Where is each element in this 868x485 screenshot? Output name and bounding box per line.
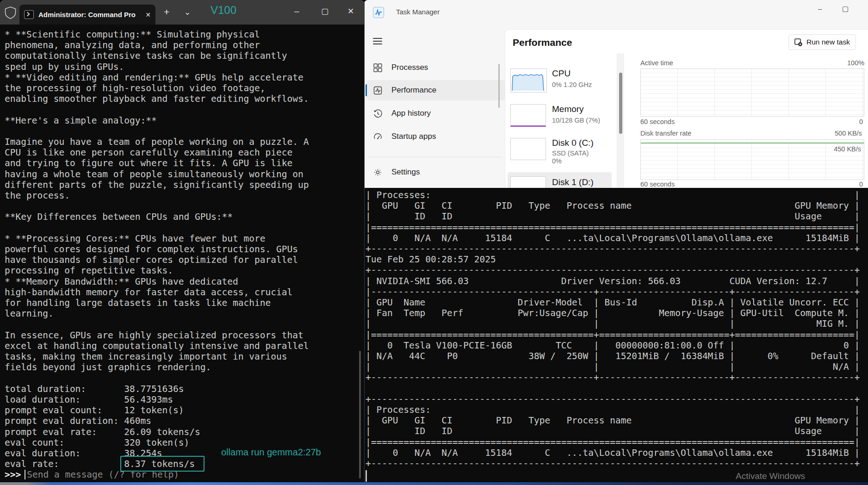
gpu-terminal-window[interactable]: | Processes: | | GPU GI CI PID Type Proc… bbox=[362, 188, 868, 482]
sidebar-item-label: Processes bbox=[391, 63, 428, 72]
v100-annotation: V100 bbox=[211, 4, 236, 17]
terminal-scrollbar-thumb[interactable] bbox=[359, 351, 361, 479]
ollama-command-annotation: ollama run gemma2:27b bbox=[221, 447, 321, 458]
taskbar-strip bbox=[0, 482, 868, 485]
perf-item-name: Disk 0 (C:) bbox=[552, 138, 594, 148]
active-time-min: 0 bbox=[859, 118, 863, 125]
task-manager-window: Task Manager – ▢ ✕ Processes Performance… bbox=[364, 0, 868, 191]
active-time-label: Active time bbox=[640, 59, 673, 67]
sidebar-separator bbox=[368, 157, 502, 157]
perf-item-name: CPU bbox=[552, 68, 570, 79]
perf-item-name: Memory bbox=[552, 104, 584, 114]
transfer-rate-chart: 450 KB/s bbox=[640, 139, 864, 180]
terminal-tab[interactable]: Administrator: Command Pro ✕ bbox=[19, 5, 155, 25]
app-history-icon bbox=[373, 109, 382, 118]
perf-item-name: Disk 1 (D:) bbox=[552, 177, 594, 187]
perf-item-detail: 0% 1.20 GHz bbox=[552, 81, 592, 88]
transfer-rate-xlabel: 60 seconds bbox=[640, 180, 675, 188]
disk0-mini-chart bbox=[510, 138, 546, 160]
run-new-task-button[interactable]: Run new task bbox=[788, 34, 856, 50]
run-new-task-icon bbox=[794, 38, 802, 46]
minimize-button[interactable]: – bbox=[294, 6, 299, 15]
minimize-button[interactable]: – bbox=[815, 5, 825, 12]
sidebar-item-performance[interactable]: Performance bbox=[367, 80, 505, 100]
performance-icon bbox=[373, 86, 382, 95]
sidebar-item-processes[interactable]: Processes bbox=[367, 57, 505, 78]
chat-input-line[interactable]: >>> Send a message (/? for help) bbox=[5, 469, 179, 480]
task-manager-app-icon bbox=[373, 7, 384, 18]
perf-item-disk0[interactable]: Disk 0 (C:) SSD (SATA) 0% bbox=[510, 138, 621, 171]
active-time-max: 100% bbox=[847, 59, 864, 67]
perf-item-memory[interactable]: Memory 10/128 GB (7%) bbox=[510, 104, 621, 131]
chat-input-placeholder: Send a message (/? for help) bbox=[27, 469, 179, 480]
maximize-button[interactable]: ▢ bbox=[839, 5, 851, 12]
maximize-button[interactable]: ▢ bbox=[321, 7, 329, 15]
run-new-task-label: Run new task bbox=[806, 38, 850, 46]
transfer-rate-current: 450 KB/s bbox=[834, 145, 861, 153]
desktop: Task Manager – ▢ ✕ Processes Performance… bbox=[0, 0, 868, 485]
perf-list-scrollbar-thumb[interactable] bbox=[619, 73, 622, 134]
admin-shield-icon bbox=[4, 6, 17, 19]
nvidia-smi-output: | Processes: | | GPU GI CI PID Type Proc… bbox=[366, 190, 860, 469]
sidebar-item-label: Performance bbox=[391, 86, 436, 95]
menu-icon[interactable] bbox=[373, 36, 382, 46]
terminal-window: Administrator: Command Pro ✕ + ⌄ – ▢ ✕ *… bbox=[0, 0, 365, 482]
active-time-xlabel: 60 seconds bbox=[640, 118, 675, 125]
perf-list-scrollbar[interactable] bbox=[617, 53, 624, 191]
command-prompt-icon bbox=[24, 10, 34, 19]
processes-icon bbox=[373, 63, 382, 72]
startup-apps-icon bbox=[373, 132, 382, 141]
perf-item-cpu[interactable]: CPU 0% 1.20 GHz bbox=[510, 68, 621, 96]
close-button[interactable]: ✕ bbox=[865, 5, 868, 12]
sidebar-item-label: Startup apps bbox=[391, 132, 436, 141]
perf-item-detail2: 0% bbox=[552, 157, 562, 165]
tab-dropdown-icon[interactable]: ⌄ bbox=[184, 8, 191, 16]
gear-icon bbox=[373, 168, 382, 177]
page-title: Performance bbox=[513, 37, 572, 48]
text-cursor bbox=[25, 470, 25, 479]
sidebar-item-settings[interactable]: Settings bbox=[367, 162, 505, 182]
new-tab-button[interactable]: + bbox=[164, 7, 169, 17]
terminal-cursor bbox=[366, 470, 367, 482]
prompt-marker: >>> bbox=[5, 469, 21, 480]
transfer-rate-series-line bbox=[641, 143, 864, 143]
window-title: Task Manager bbox=[396, 8, 440, 16]
sidebar-item-label: Settings bbox=[391, 168, 420, 177]
memory-mini-chart bbox=[510, 104, 546, 127]
ollama-chat-output: * **Scientific computing:** Simulating p… bbox=[5, 29, 309, 469]
sidebar-scrollbar[interactable] bbox=[498, 64, 500, 108]
close-tab-icon[interactable]: ✕ bbox=[145, 12, 151, 18]
sidebar-item-label: App history bbox=[391, 109, 431, 118]
transfer-rate-min: 0 bbox=[859, 180, 863, 188]
cpu-mini-chart bbox=[510, 68, 547, 93]
sidebar-item-app-history[interactable]: App history bbox=[367, 103, 505, 124]
activate-windows-watermark: Activate Windows bbox=[736, 471, 805, 481]
active-time-chart bbox=[640, 68, 864, 117]
sidebar-item-startup-apps[interactable]: Startup apps bbox=[367, 126, 505, 147]
tab-title: Administrator: Command Pro bbox=[38, 11, 141, 19]
transfer-rate-max: 500 KB/s bbox=[835, 130, 862, 137]
perf-item-detail: SSD (SATA) bbox=[552, 149, 589, 157]
perf-item-detail: 10/128 GB (7%) bbox=[552, 117, 600, 124]
close-button[interactable]: ✕ bbox=[347, 7, 354, 15]
terminal-titlebar[interactable]: Administrator: Command Pro ✕ + ⌄ – ▢ ✕ bbox=[0, 0, 364, 25]
transfer-rate-label: Disk transfer rate bbox=[640, 130, 691, 137]
